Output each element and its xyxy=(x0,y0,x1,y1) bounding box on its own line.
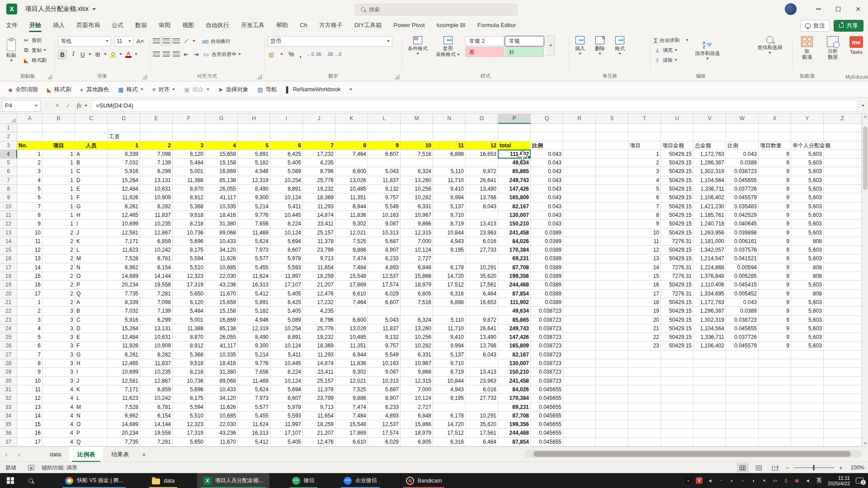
cell-G3[interactable]: 4 xyxy=(205,141,238,150)
cell-N37[interactable]: 6,316 xyxy=(433,438,466,446)
cell-D13[interactable]: 12,581 xyxy=(108,229,140,237)
clear-all-button[interactable]: ◈全部清除 xyxy=(8,86,38,94)
cell-R28[interactable] xyxy=(563,359,596,368)
cell-O4[interactable]: 16,653 xyxy=(466,150,498,159)
volume-tray-icon[interactable]: ◄ xyxy=(804,477,811,484)
cell-D17[interactable]: 6,962 xyxy=(108,263,140,272)
close-button[interactable]: ✕ xyxy=(848,0,868,18)
cell-T5[interactable]: 2 xyxy=(628,159,661,167)
cell-G11[interactable]: 18,416 xyxy=(205,211,238,220)
cell-Z11[interactable] xyxy=(824,211,862,220)
insert-function-button[interactable]: fx xyxy=(74,102,85,109)
orientation-icon[interactable]: ⟋ xyxy=(183,38,190,45)
cell-V7[interactable]: 1,104,564 xyxy=(693,176,726,185)
cell-Y37[interactable] xyxy=(791,438,824,446)
cell-I36[interactable]: 17,107 xyxy=(270,429,303,437)
col-header-T[interactable]: T xyxy=(628,114,661,124)
cell-M3[interactable]: 10 xyxy=(401,141,433,150)
cell-T9[interactable]: 6 xyxy=(628,193,661,202)
cell-R21[interactable] xyxy=(563,298,596,307)
cell-L21[interactable]: 6,607 xyxy=(368,298,401,307)
cell-N29[interactable]: 8,719 xyxy=(433,368,466,376)
cell-Y24[interactable]: 5,603 xyxy=(791,324,824,333)
cell-H11[interactable]: 9,776 xyxy=(238,211,270,220)
cell-H26[interactable]: 9,300 xyxy=(238,342,270,350)
cell-X37[interactable] xyxy=(759,438,791,446)
cell-Y26[interactable]: 5,603 xyxy=(791,342,824,350)
cell-O13[interactable]: 23,963 xyxy=(466,229,498,237)
cell-W31[interactable] xyxy=(726,385,759,394)
row-header-17[interactable]: 17 xyxy=(0,263,17,272)
cell-J1[interactable] xyxy=(303,124,335,132)
cell-A16[interactable]: 13 xyxy=(17,254,42,263)
cell-J32[interactable]: 23,799 xyxy=(303,394,335,403)
cell-V28[interactable] xyxy=(693,359,726,368)
cell-A18[interactable]: 15 xyxy=(17,272,42,281)
cell-U33[interactable] xyxy=(661,403,693,412)
cell-L1[interactable] xyxy=(368,124,401,132)
cell-Y21[interactable]: 5,603 xyxy=(791,298,824,307)
cell-M34[interactable]: 6,848 xyxy=(401,412,433,420)
cell-P25[interactable]: 147,426 xyxy=(498,333,531,342)
sogou-tray-icon[interactable]: ○ xyxy=(739,477,746,484)
cell-F19[interactable]: 17,319 xyxy=(173,281,205,289)
cell-D34[interactable]: 6,962 xyxy=(108,412,140,420)
cell-P10[interactable]: 82,167 xyxy=(498,202,531,211)
cell-S28[interactable] xyxy=(596,359,628,368)
cell-P4[interactable]: 111,902 xyxy=(498,150,531,159)
cell-U26[interactable]: 50429.15 xyxy=(661,342,693,350)
cell-J21[interactable]: 17,232 xyxy=(303,298,335,307)
col-header-P[interactable]: P xyxy=(498,114,531,124)
align-top-icon[interactable] xyxy=(153,38,160,44)
cell-T21[interactable]: 18 xyxy=(628,298,661,307)
cell-P32[interactable]: 170,384 xyxy=(498,394,531,403)
cell-G8[interactable]: 26,055 xyxy=(205,185,238,193)
cell-E7[interactable]: 13,131 xyxy=(140,176,173,185)
cell-Q32[interactable]: 0.045655 xyxy=(531,394,563,403)
cell-B24[interactable]: 3 xyxy=(42,324,75,333)
cell-K37[interactable]: 6,610 xyxy=(335,438,368,446)
cell-P26[interactable]: 165,809 xyxy=(498,342,531,350)
cell-R32[interactable] xyxy=(563,394,596,403)
browser-tray-icon[interactable]: ◔ xyxy=(717,477,724,484)
cell-O28[interactable] xyxy=(466,359,498,368)
cell-W35[interactable] xyxy=(726,420,759,429)
cell-J17[interactable]: 11,654 xyxy=(303,263,335,272)
cell-N9[interactable]: 9,994 xyxy=(433,193,466,202)
cell-X10[interactable]: 9 xyxy=(759,202,791,211)
cell-S33[interactable] xyxy=(596,403,628,412)
cell-Z27[interactable] xyxy=(824,351,862,359)
delete-cells-button[interactable]: ✕ 删除 xyxy=(592,35,608,56)
cell-R5[interactable] xyxy=(563,159,596,167)
cell-L16[interactable]: 6,233 xyxy=(368,254,401,263)
cell-K36[interactable]: 17,869 xyxy=(335,429,368,437)
cell-B31[interactable]: 4 xyxy=(42,385,75,394)
cell-N12[interactable]: 8,719 xyxy=(433,220,466,228)
cell-W7[interactable]: 0.045655 xyxy=(726,176,759,185)
cell-S25[interactable] xyxy=(596,333,628,342)
cell-W29[interactable] xyxy=(726,368,759,376)
cell-H33[interactable]: 5,577 xyxy=(238,403,270,412)
cell-P12[interactable]: 150,210 xyxy=(498,220,531,228)
cell-E28[interactable]: 11,837 xyxy=(140,359,173,368)
row-header-27[interactable]: 27 xyxy=(0,351,17,359)
cell-Q14[interactable]: 0.0389 xyxy=(531,237,563,246)
cell-N31[interactable]: 4,943 xyxy=(433,385,466,394)
cell-H36[interactable]: 16,313 xyxy=(238,429,270,437)
cell-H18[interactable]: 11,624 xyxy=(238,272,270,281)
cell-G19[interactable]: 43,236 xyxy=(205,281,238,289)
cell-F35[interactable]: 12,323 xyxy=(173,420,205,429)
cell-G14[interactable]: 10,433 xyxy=(205,237,238,246)
cell-X23[interactable]: 9 xyxy=(759,316,791,324)
cell-L32[interactable]: 8,907 xyxy=(368,394,401,403)
cell-B6[interactable]: 1 xyxy=(42,167,75,176)
cell-Z31[interactable] xyxy=(824,385,862,394)
cell-R14[interactable] xyxy=(563,237,596,246)
cell-R4[interactable] xyxy=(563,150,596,159)
cell-J13[interactable]: 25,157 xyxy=(303,229,335,237)
cell-R34[interactable] xyxy=(563,412,596,420)
cell-K24[interactable]: 13,026 xyxy=(335,324,368,333)
cell-S21[interactable] xyxy=(596,298,628,307)
cell-V36[interactable] xyxy=(693,429,726,437)
cell-Q34[interactable]: 0.045655 xyxy=(531,412,563,420)
